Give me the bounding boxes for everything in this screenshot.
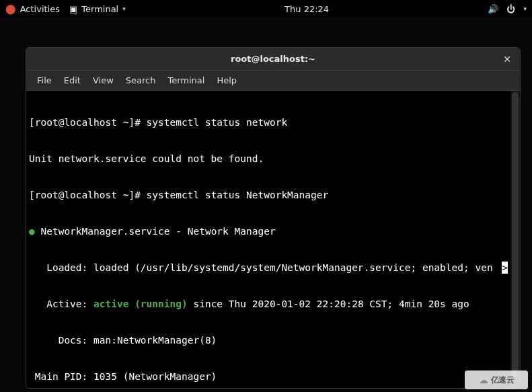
status-dot-icon: ● [29, 226, 35, 237]
prompt: [root@localhost ~]# [29, 117, 147, 128]
label: Loaded: [29, 262, 93, 273]
chevron-down-icon: ▾ [122, 5, 126, 12]
prompt: [root@localhost ~]# [29, 190, 147, 200]
volume-icon[interactable]: 🔊 [488, 4, 498, 14]
close-icon: ✕ [503, 54, 511, 65]
terminal-icon: ▣ [69, 4, 77, 14]
app-menu-label: Terminal [81, 4, 118, 14]
terminal-output[interactable]: [root@localhost ~]# systemctl status net… [26, 91, 520, 388]
menu-edit[interactable]: Edit [59, 73, 86, 88]
chevron-down-icon[interactable]: ▾ [523, 5, 527, 12]
cloud-icon: ☁ [479, 375, 488, 385]
clock[interactable]: Thu 22:24 [284, 4, 329, 14]
output-line: Docs: man:NetworkManager(8) [29, 334, 519, 346]
app-menu[interactable]: ▣ Terminal ▾ [69, 4, 126, 14]
titlebar[interactable]: root@localhost:~ ✕ [26, 48, 520, 71]
command: systemctl status network [147, 117, 288, 128]
active-status: active (running) [93, 299, 188, 309]
menu-help[interactable]: Help [211, 73, 242, 88]
close-button[interactable]: ✕ [500, 52, 515, 67]
menu-search[interactable]: Search [120, 73, 161, 88]
output-line: Unit network.service could not be found. [29, 153, 519, 165]
gnome-top-panel: ⬤ Activities ▣ Terminal ▾ Thu 22:24 🔊 ⏻ … [0, 0, 532, 17]
power-icon[interactable]: ⏻ [506, 4, 515, 14]
activities-label: Activities [20, 4, 60, 14]
command: systemctl status NetworkManager [147, 190, 329, 200]
scroll-thumb[interactable] [512, 92, 519, 377]
terminal-window: root@localhost:~ ✕ File Edit View Search… [26, 47, 521, 389]
value: loaded (/usr/lib/systemd/system/NetworkM… [93, 262, 493, 273]
red-hat-icon: ⬤ [5, 3, 16, 14]
menu-terminal[interactable]: Terminal [162, 73, 210, 88]
menu-view[interactable]: View [87, 73, 119, 88]
output-line: Main PID: 1035 (NetworkManager) [29, 370, 519, 383]
menu-file[interactable]: File [32, 73, 57, 88]
label: Active: [29, 299, 93, 309]
service-name: NetworkManager.service - Network Manager [35, 226, 276, 237]
scrollbar[interactable] [510, 91, 520, 388]
since: since Thu 2020-01-02 22:20:28 CST; 4min … [188, 299, 469, 309]
watermark-badge: ☁ 亿速云 [465, 370, 528, 389]
truncation-indicator: > [502, 262, 508, 274]
window-title: root@localhost:~ [231, 54, 315, 64]
activities-button[interactable]: ⬤ Activities [5, 3, 60, 14]
menubar: File Edit View Search Terminal Help [26, 71, 520, 91]
watermark-text: 亿速云 [491, 375, 515, 386]
